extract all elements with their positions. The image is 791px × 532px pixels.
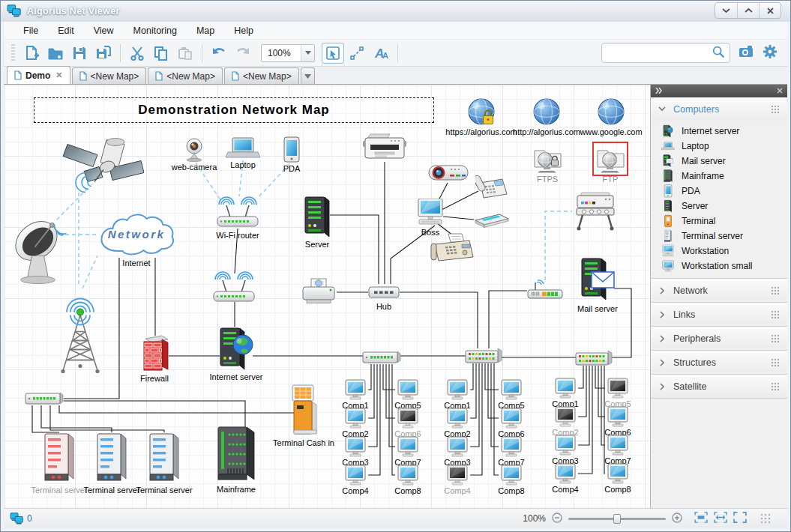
minimize-button[interactable]	[715, 3, 737, 18]
search-icon[interactable]	[712, 45, 725, 61]
map-node-hub[interactable]: Hub	[369, 287, 399, 311]
map-node-router[interactable]	[528, 280, 562, 298]
palette-item-mail-server[interactable]: Mail server	[651, 154, 787, 169]
map-node-firewall[interactable]: Firewall	[140, 336, 169, 383]
undo-button[interactable]	[208, 43, 230, 64]
fit-selection-button[interactable]	[694, 512, 708, 525]
tab-new-map-1[interactable]: <New Map>	[72, 67, 147, 84]
drag-grip-icon[interactable]	[771, 382, 780, 391]
map-node-comp2[interactable]: Comp2	[444, 408, 470, 438]
map-node-radiotower[interactable]	[61, 299, 99, 374]
map-node-https-algorius-com[interactable]: https://algorius.com	[445, 99, 517, 136]
map-node-comp8[interactable]: Comp8	[498, 465, 524, 495]
tab-new-map-2[interactable]: <New Map>	[148, 67, 223, 84]
map-node-satellite[interactable]	[63, 139, 144, 193]
link-tool-button[interactable]	[346, 43, 368, 64]
text-tool-button[interactable]: AA	[370, 43, 392, 64]
map-node-internet-server[interactable]: Internet server	[210, 328, 263, 381]
map-node-switch2[interactable]	[576, 351, 612, 365]
map-node-comp3[interactable]: Comp3	[444, 437, 470, 467]
menu-help[interactable]: Help	[225, 23, 262, 38]
map-node-comp1[interactable]: Comp1	[342, 380, 368, 410]
map-node-comp6[interactable]: Comp6	[394, 408, 421, 438]
tab-close-icon[interactable]: ✕	[55, 70, 62, 80]
map-node-wi-fi-router[interactable]: Wi-Fi router	[216, 197, 259, 240]
palette-item-terminal[interactable]: Terminal	[651, 214, 787, 229]
search-input[interactable]	[607, 47, 712, 59]
palette-item-terminal-server[interactable]: Terminal server	[651, 229, 787, 244]
menu-file[interactable]: File	[14, 23, 47, 38]
map-node-comp4[interactable]: Comp4	[342, 465, 368, 495]
zoom-out-button[interactable]	[552, 513, 562, 525]
map-node-pda[interactable]: PDA	[283, 137, 301, 173]
palette-item-mainframe[interactable]: Mainframe	[651, 169, 787, 184]
sidebar-section-peripherals[interactable]: Peripherals	[651, 327, 787, 350]
zoom-slider[interactable]	[568, 513, 666, 525]
map-node-internet[interactable]: NetworkInternet	[101, 215, 173, 267]
map-node-comp8[interactable]: Comp8	[604, 464, 631, 494]
map-node-comp7[interactable]: Comp7	[604, 435, 631, 465]
open-button[interactable]	[44, 43, 67, 64]
sidebar-section-network[interactable]: Network	[651, 279, 787, 302]
menu-edit[interactable]: Edit	[49, 23, 83, 38]
map-node-switch[interactable]	[363, 351, 400, 363]
map-node-laptop[interactable]: Laptop	[226, 138, 260, 169]
map-node-comp5[interactable]: Comp5	[604, 378, 631, 408]
tab-overflow-button[interactable]	[301, 67, 315, 84]
map-node-comp2[interactable]: Comp2	[552, 407, 578, 437]
zoom-select[interactable]: 100%	[261, 44, 315, 62]
drag-grip-icon[interactable]	[771, 334, 780, 343]
map-node-dish[interactable]	[8, 214, 67, 284]
drag-grip-icon[interactable]	[771, 105, 780, 114]
cut-button[interactable]	[126, 43, 148, 64]
drag-grip-icon[interactable]	[771, 358, 780, 367]
new-map-button[interactable]	[20, 43, 43, 64]
map-node-terminal-server[interactable]: Terminal server	[136, 434, 193, 495]
tab-new-map-3[interactable]: <New Map>	[224, 67, 299, 84]
map-node-www-google-com[interactable]: www.google.com	[579, 99, 642, 136]
title-bar[interactable]: Algorius Net Viewer	[1, 1, 790, 22]
fit-width-button[interactable]	[714, 512, 727, 525]
map-canvas[interactable]: Demonstration Network Map NetworkInterne…	[4, 85, 652, 508]
maximize-button[interactable]	[737, 3, 759, 18]
sidebar-section-computers[interactable]: Computers	[651, 97, 787, 121]
map-node-mail-server[interactable]: Mail server	[577, 259, 618, 313]
map-node-switch[interactable]	[25, 393, 63, 404]
drag-grip-icon[interactable]	[771, 286, 780, 295]
map-node-http-algorius-com[interactable]: http://algorius.com	[513, 99, 580, 136]
map-node-comp5[interactable]: Comp5	[394, 380, 421, 410]
map-node-comp3[interactable]: Comp3	[552, 435, 578, 465]
sidebar-section-satellite[interactable]: Satellite	[651, 375, 787, 398]
map-node-server[interactable]: Server	[305, 197, 330, 249]
zoom-in-button[interactable]	[672, 513, 682, 525]
map-node-projector[interactable]	[429, 166, 468, 180]
map-node-mainframe[interactable]: Mainframe	[217, 427, 256, 494]
tab-demo[interactable]: Demo✕	[7, 66, 70, 84]
sidebar-section-structures[interactable]: Structures	[651, 351, 787, 374]
palette-item-workstation[interactable]: Workstation	[651, 244, 787, 259]
map-node-comp4[interactable]: Comp4	[444, 465, 470, 495]
zoom-slider-handle[interactable]	[613, 514, 621, 524]
save-button[interactable]	[68, 43, 91, 64]
map-node-wifirouter[interactable]	[214, 272, 254, 301]
map-node-switch2[interactable]	[466, 348, 502, 363]
map-node-ftp[interactable]: FTP	[593, 142, 628, 184]
map-node-comp5[interactable]: Comp5	[498, 380, 524, 410]
map-node-comp6[interactable]: Comp6	[604, 407, 631, 437]
palette-item-internet-server[interactable]: Internet server	[651, 124, 787, 139]
map-node-comp3[interactable]: Comp3	[342, 437, 368, 467]
map-node-terminal-server[interactable]: Terminal server	[31, 434, 88, 495]
map-node-comp2[interactable]: Comp2	[342, 408, 368, 438]
save-all-button[interactable]	[92, 43, 115, 64]
palette-item-laptop[interactable]: Laptop	[651, 139, 787, 154]
map-node-printer[interactable]	[303, 279, 334, 303]
map-node-comp1[interactable]: Comp1	[444, 380, 470, 410]
menu-monitoring[interactable]: Monitoring	[124, 23, 186, 38]
menu-view[interactable]: View	[85, 23, 123, 38]
toolbar-grip[interactable]	[11, 44, 15, 62]
map-node-comp7[interactable]: Comp7	[498, 437, 524, 467]
map-node-copier[interactable]	[363, 134, 406, 158]
map-node-comp7[interactable]: Comp7	[394, 437, 421, 467]
copy-button[interactable]	[150, 43, 172, 64]
map-node-terminal-cash-in[interactable]: Terminal Cash in	[273, 385, 334, 447]
